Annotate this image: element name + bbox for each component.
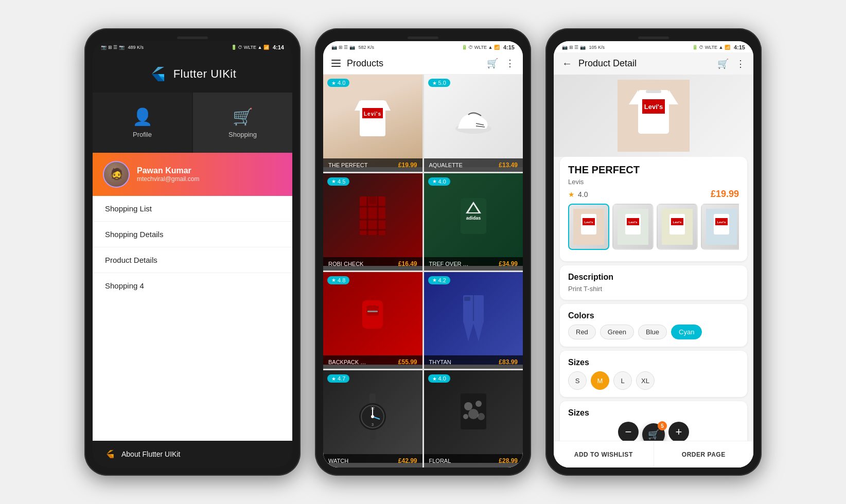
product-img-0: Levi's [323,75,422,167]
size-l[interactable]: L [613,371,632,390]
status-icons-right: 🔋 ⏱ WLTE ▲ 📶 4:14 [231,44,284,50]
product-card-1[interactable]: ★ 5.0 AQUALETTE £13.49 [424,75,523,172]
cart-button-3[interactable]: 🛒 [717,58,729,69]
product-price-6: £42.99 [398,457,417,464]
product-footer-6: WATCH £42.99 [323,454,422,467]
flutter-small-logo [105,449,115,459]
product-price-2: £16.49 [398,260,417,267]
product-card-3[interactable]: adidas ★ 4.0 TREF OVER … £34.99 [424,173,523,271]
rating-badge-4: ★ 4.8 [327,276,349,284]
thumb-3[interactable]: Levi's [701,204,739,250]
star-icon-5: ★ [432,277,437,283]
product-card-0[interactable]: Levi's ★ 4.0 THE PERFECT £19.99 [323,75,422,172]
rating-value-1: 5.0 [438,80,446,86]
thumb-0[interactable]: Levi's [568,204,609,250]
profile-card[interactable]: 🧔 Pawan Kumar mtechviral@gmail.com [93,153,292,196]
product-name-5: THYTAN [429,359,451,365]
decrease-button[interactable]: − [618,422,639,442]
sizes-card: Sizes S M L XL [560,351,747,397]
speaker-1 [177,37,208,39]
product-footer-7: FLORAL £28.99 [424,454,523,467]
star-icon-detail: ★ [568,190,575,199]
menu-item-shopping-details[interactable]: Shopping Details [93,222,292,247]
status-bar-3: 📷 ⊞ ☰ 📷 105 K/s 🔋 ⏱ WLTE ▲ 📶 4:15 [554,41,753,52]
star-icon-2: ★ [331,178,336,184]
product-brand: Levis [568,178,739,186]
grid-item-profile[interactable]: 👤 Profile [93,93,192,153]
color-cyan[interactable]: Cyan [671,325,702,339]
rating-value-3: 4.0 [438,178,446,185]
time-display: 4:14 [273,44,284,50]
product-card-7[interactable]: ★ 4.0 FLORAL £28.99 [424,370,523,467]
rating-value-5: 4.2 [438,277,446,283]
description-text: Print T-shirt [568,285,739,293]
size-xl[interactable]: XL [636,371,655,390]
avatar: 🧔 [103,161,130,188]
star-icon-3: ★ [432,178,437,184]
grid-item-shopping[interactable]: 🛒 Shopping [193,93,292,153]
connectivity-2: 🔋 ⏱ WLTE ▲ 📶 [462,45,500,50]
product-card-2[interactable]: ★ 4.5 ROBI CHECK £16.49 [323,173,422,271]
product-price-3: £34.99 [499,260,518,267]
more-button-2[interactable]: ⋮ [505,58,515,69]
detail-content: THE PERFECT Levis ★ 4.0 £19.99 [554,157,753,467]
bottom-bar: ADD TO WISHLIST ORDER PAGE [554,441,753,467]
menu-button[interactable] [331,60,341,67]
color-green[interactable]: Green [600,325,634,339]
increase-button[interactable]: + [668,422,689,442]
product-footer-2: ROBI CHECK £16.49 [323,257,422,271]
svg-rect-28 [367,311,378,312]
menu-item-product-details[interactable]: Product Details [93,247,292,273]
floral-svg [455,391,491,442]
product-card-4[interactable]: ★ 4.8 BACKPACK … £55.99 [323,272,422,369]
description-title: Description [568,273,739,282]
product-price-0: £19.99 [398,161,417,169]
star-icon-7: ★ [432,376,437,382]
menu-item-shopping-list[interactable]: Shopping List [93,196,292,222]
thumb-2[interactable]: Levi's [657,204,698,250]
about-footer[interactable]: About Flutter UIKit [93,441,292,467]
product-footer-1: AQUALETTE £13.49 [424,158,523,172]
products-title: Products [347,58,487,69]
cart-button-2[interactable]: 🛒 [487,58,498,69]
product-img-3: adidas [424,173,523,266]
speaker-3 [638,37,669,39]
product-img-6: 3 12 [323,370,422,463]
more-button-3[interactable]: ⋮ [736,58,745,69]
status-icons-left: 📷 ⊞ ☰ 📷 489 K/s [101,45,144,50]
svg-rect-35 [369,393,376,404]
main-info-card: THE PERFECT Levis ★ 4.0 £19.99 [560,157,747,261]
quantity-section-title: Sizes [568,408,739,418]
color-red[interactable]: Red [568,325,596,339]
svg-point-41 [371,415,374,418]
product-img-7 [424,370,523,463]
menu-item-shopping-4[interactable]: Shopping 4 [93,273,292,298]
back-button[interactable]: ← [562,58,572,69]
size-options: S M L XL [568,371,739,390]
hamburger-line-1 [331,60,341,61]
svg-point-48 [463,414,468,419]
order-button[interactable]: ORDER PAGE [654,441,754,467]
rating-badge-1: ★ 5.0 [428,79,450,87]
product-price-5: £83.99 [499,358,518,366]
product-card-5[interactable]: ★ 4.2 THYTAN £83.99 [424,272,523,369]
product-footer-3: TREF OVER … £34.99 [424,257,523,271]
product-name-2: ROBI CHECK [328,261,363,267]
color-blue[interactable]: Blue [638,325,667,339]
product-img-2 [323,173,422,266]
phone-3: 📷 ⊞ ☰ 📷 105 K/s 🔋 ⏱ WLTE ▲ 📶 4:15 ← Prod… [545,28,762,476]
profile-info: Pawan Kumar mtechviral@gmail.com [137,166,200,183]
size-s[interactable]: S [568,371,587,390]
product-price-1: £13.49 [499,161,518,169]
svg-point-46 [475,401,482,407]
size-m[interactable]: M [591,371,609,390]
wishlist-button[interactable]: ADD TO WISHLIST [554,441,654,467]
jeans-svg [458,293,489,344]
product-price-4: £55.99 [398,358,417,366]
thumb-1[interactable]: Levi's [612,204,654,250]
detail-rating: ★ 4.0 [568,190,588,199]
product-card-6[interactable]: 3 12 ★ 4.7 WATCH £42.99 [323,370,422,467]
grid-icons: 👤 Profile 🛒 Shopping [93,93,292,153]
watch-svg: 3 12 [352,391,393,442]
product-name-7: FLORAL [429,458,451,464]
